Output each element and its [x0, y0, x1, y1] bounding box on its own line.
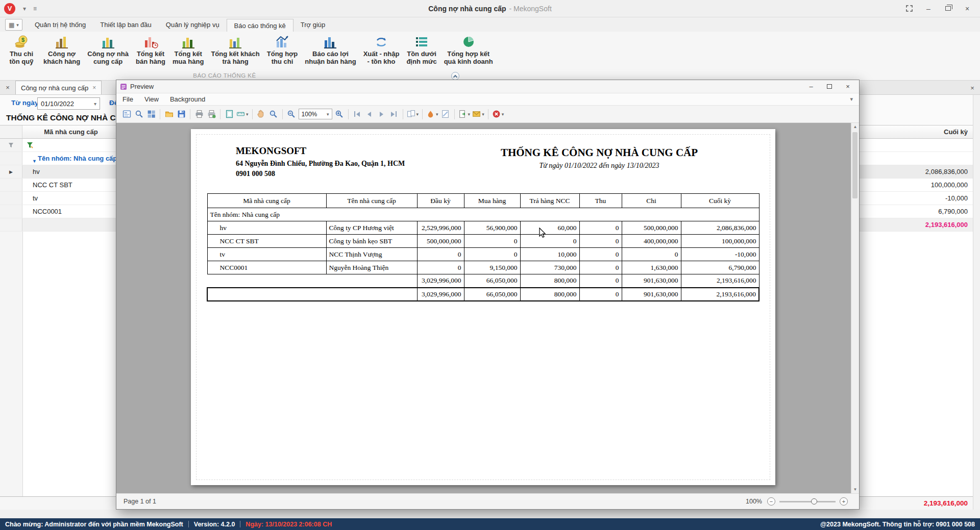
scrollbar-thumb[interactable] — [852, 132, 857, 198]
filter-cell[interactable] — [22, 139, 119, 152]
page-setup-icon[interactable] — [223, 108, 235, 121]
preview-titlebar[interactable]: Preview – × — [116, 80, 859, 93]
menu-overflow-icon[interactable]: ▾ — [850, 96, 853, 103]
export-document-icon[interactable]: ▾ — [457, 108, 472, 121]
cell-closing[interactable]: -10,000 — [858, 192, 973, 205]
chevron-down-icon[interactable]: ▾ — [327, 112, 329, 117]
ribbon-item-tong-ket-ban-hang[interactable]: Tổng kết bán hàng — [132, 33, 169, 67]
tab-tro-giup[interactable]: Trợ giúp — [293, 18, 333, 32]
from-date-input[interactable]: 01/10/2022 ▾ — [37, 97, 100, 110]
cell-closing: 2,086,836,000 — [681, 221, 759, 235]
collapse-ribbon-button[interactable] — [451, 72, 459, 80]
preview-document-area[interactable]: MEKONGSOFT 64 Nguyễn Đình Chiểu, Phường … — [116, 123, 859, 493]
scroll-down-icon[interactable]: ▼ — [851, 486, 859, 493]
zoom-out-button[interactable]: − — [767, 497, 775, 506]
zoom-in-button[interactable]: + — [840, 497, 848, 506]
ribbon-item-cong-no-nha-cung-cap[interactable]: Công nợ nhà cung cấp — [84, 33, 132, 67]
ribbon-item-tong-hop-thu-chi[interactable]: Tổng hợp thu chi — [263, 33, 302, 67]
print-icon[interactable] — [193, 108, 205, 121]
menu-background[interactable]: Background — [170, 95, 205, 103]
cell-opening: 500,000,000 — [417, 235, 464, 248]
ribbon-item-tong-hop-ket-qua-kinh-doanh[interactable]: Tổng hợp kết quả kinh doanh — [440, 33, 497, 67]
zoom-out-icon[interactable] — [285, 108, 298, 121]
quick-print-icon[interactable] — [205, 108, 217, 121]
tab-quan-tri-he-thong[interactable]: Quản trị hệ thống — [28, 18, 93, 32]
grid-col-code[interactable]: Mã nhà cung cấp — [22, 125, 119, 138]
cell-receipt: 0 — [579, 235, 622, 248]
minimize-icon[interactable]: – — [923, 4, 934, 14]
tab-quan-ly-nghiep-vu[interactable]: Quản lý nghiệp vụ — [159, 18, 227, 32]
scroll-up-icon[interactable]: ▲ — [851, 123, 859, 131]
quick-access-menu-icon[interactable]: ≡ — [33, 5, 37, 12]
close-window-icon[interactable]: × — [962, 4, 973, 14]
zoom-slider-knob[interactable] — [811, 498, 817, 504]
cell-code[interactable]: NCC CT SBT — [22, 179, 119, 191]
zoom-combobox[interactable]: 100% ▾ — [299, 109, 332, 119]
ribbon-item-thu-chi-ton-quy[interactable]: $ Thu chi tồn quỹ — [3, 33, 40, 67]
ribbon-item-label: Tổng kết khách trả hàng — [211, 51, 259, 66]
document-map-icon[interactable] — [120, 108, 133, 121]
preview-window: Preview – × File View Background ▾ ▾ 100… — [116, 80, 860, 510]
cell-closing[interactable]: 6,790,000 — [858, 205, 973, 218]
menu-view[interactable]: View — [144, 95, 159, 103]
row-indicator-filter — [0, 139, 22, 152]
email-icon[interactable]: ▾ — [471, 108, 485, 121]
multiple-pages-icon[interactable]: ▾ — [406, 108, 420, 121]
main-vertical-scrollbar[interactable] — [973, 95, 980, 510]
doc-tab-cong-no-nha-cung-cap[interactable]: Công nợ nhà cung cấp × — [15, 81, 102, 94]
minimize-icon[interactable]: – — [805, 82, 817, 91]
thumbnails-icon[interactable] — [145, 108, 157, 121]
open-file-icon[interactable] — [163, 108, 175, 121]
chevron-down-icon[interactable]: ▾ — [23, 5, 26, 12]
maximize-icon[interactable] — [824, 82, 835, 91]
close-preview-window-icon[interactable]: × — [842, 82, 853, 91]
ribbon-item-tong-ket-mua-hang[interactable]: Tổng kết mua hàng — [169, 33, 207, 67]
close-preview-icon[interactable]: ▾ — [491, 108, 505, 121]
cell-code[interactable]: tv — [22, 192, 119, 205]
magnifier-icon[interactable] — [267, 108, 280, 121]
cell-name: Công ty bánh kẹo SBT — [326, 235, 417, 248]
grid-col-closing[interactable]: Cuối kỳ — [858, 125, 973, 138]
scale-icon[interactable]: ▾ — [235, 108, 250, 121]
ribbon-item-ton-duoi-dinh-muc[interactable]: Tồn dưới định mức — [403, 33, 440, 67]
tab-bao-cao-thong-ke[interactable]: Báo cáo thống kê — [227, 19, 293, 32]
restore-icon[interactable] — [942, 4, 953, 14]
ribbon-item-label: Tổng hợp thu chi — [267, 51, 298, 66]
close-tab-group-button[interactable]: × — [2, 83, 13, 93]
cell-closing[interactable]: 100,000,000 — [858, 179, 973, 191]
close-document-button[interactable]: × — [967, 83, 978, 93]
ribbon-item-cong-no-khach-hang[interactable]: Công nợ khách hàng — [40, 33, 84, 67]
watermark-icon[interactable] — [439, 108, 452, 121]
cell-purchase: 0 — [464, 248, 520, 261]
ribbon-item-tong-ket-khach-tra-hang[interactable]: Tổng kết khách trả hàng — [207, 33, 263, 67]
page-color-icon[interactable]: ▾ — [425, 108, 439, 121]
zoom-slider[interactable] — [779, 501, 836, 502]
prev-page-icon[interactable] — [363, 108, 376, 121]
report-row: NCC0001 Nguyễn Hoàng Thiện 0 9,150,000 7… — [207, 261, 759, 274]
zoom-in-icon[interactable] — [333, 108, 346, 121]
cell-return: 730,000 — [520, 261, 579, 274]
ribbon-item-xuat-nhap-ton-kho[interactable]: Xuất - nhập - tồn kho — [360, 33, 403, 67]
search-icon[interactable] — [133, 108, 145, 121]
hand-tool-icon[interactable] — [255, 108, 267, 121]
save-icon[interactable] — [175, 108, 187, 121]
pie-chart-icon — [461, 34, 476, 49]
first-page-icon[interactable] — [351, 108, 363, 121]
next-page-icon[interactable] — [376, 108, 388, 121]
close-tab-icon[interactable]: × — [92, 84, 96, 91]
ribbon-item-label: Xuất - nhập - tồn kho — [363, 51, 400, 66]
last-page-icon[interactable] — [388, 108, 400, 121]
application-button[interactable]: ▦ ▾ — [5, 19, 22, 31]
cell-code[interactable]: NCC0001 — [22, 205, 119, 218]
tab-thiet-lap-ban-dau[interactable]: Thiết lập ban đầu — [93, 18, 158, 32]
expand-group-icon[interactable]: ▼ — [30, 156, 35, 161]
cell-closing[interactable]: 2,086,836,000 — [858, 165, 973, 178]
cell-name: NCC Thịnh Vượng — [326, 248, 417, 261]
cell-code[interactable]: hv — [22, 165, 119, 178]
fit-screen-icon[interactable] — [903, 4, 915, 14]
preview-title: Preview — [130, 83, 154, 90]
preview-vertical-scrollbar[interactable]: ▲ ▼ — [851, 123, 859, 493]
menu-file[interactable]: File — [122, 95, 133, 103]
ribbon-item-bao-cao-loi-nhuan-ban-hang[interactable]: Báo cáo lợi nhuận bán hàng — [301, 33, 359, 67]
report-total-row: 3,029,996,000 66,050,000 800,000 0 901,6… — [207, 288, 759, 301]
